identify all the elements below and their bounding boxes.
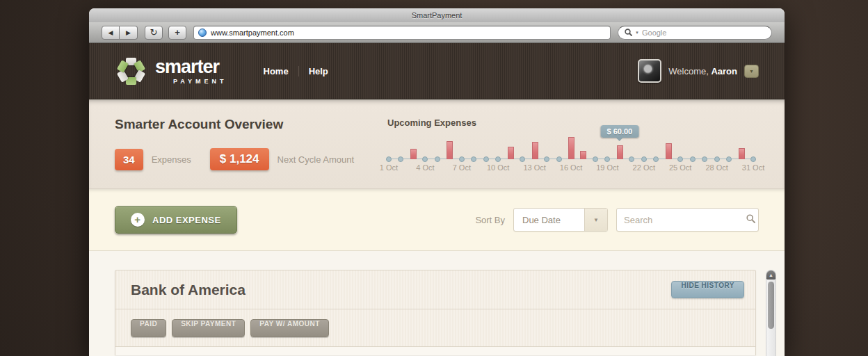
add-expense-button[interactable]: + ADD EXPENSE <box>115 206 237 234</box>
timeline-dot-day-12 <box>520 156 525 162</box>
back-button[interactable]: ◀ <box>102 26 120 40</box>
hide-history-button[interactable]: HIDE HISTORY <box>671 281 744 298</box>
paid-button[interactable]: PAID <box>131 319 166 337</box>
timeline-dot-day-31 <box>750 156 756 162</box>
pinwheel-logo-icon <box>115 55 147 87</box>
expense-search-input[interactable] <box>624 215 746 225</box>
search-icon <box>625 29 632 36</box>
expense-bar-day-6[interactable] <box>447 141 453 159</box>
chart-tick-label: 1 Oct <box>380 163 398 172</box>
timeline-dot-day-26 <box>690 156 696 162</box>
welcome-text: Welcome, Aaron <box>668 66 737 76</box>
filter-group: Sort By Due Date ▼ <box>475 208 759 232</box>
browser-search-field[interactable]: ▼ <box>618 26 772 40</box>
browser-search-input[interactable] <box>642 29 765 37</box>
timeline-dot-day-22 <box>641 156 647 162</box>
timeline-dot-day-5 <box>435 156 440 162</box>
magnifier-icon <box>746 213 755 226</box>
address-bar[interactable] <box>193 26 611 40</box>
add-expense-label: ADD EXPENSE <box>152 215 221 225</box>
expenses-chart: 1 Oct4 Oct7 Oct10 Oct13 Oct16 Oct19 Oct2… <box>389 111 753 172</box>
expense-bar-day-17[interactable] <box>580 151 586 159</box>
pay-with-amount-button[interactable]: PAY W/ AMOUNT <box>250 319 329 337</box>
dropdown-caret-icon: ▼ <box>584 209 607 231</box>
timeline-dot-day-27 <box>702 156 707 162</box>
main-nav: Home Help <box>264 66 328 76</box>
chart-tick-label: 25 Oct <box>669 163 691 172</box>
username: Aaron <box>711 66 737 76</box>
forward-icon: ▶ <box>126 29 131 36</box>
sort-by-label: Sort By <box>475 215 505 225</box>
overview-summary: Smarter Account Overview 34 Expenses $ 1… <box>115 99 386 188</box>
user-area: Welcome, Aaron ▼ <box>638 59 759 83</box>
page-title: Smarter Account Overview <box>115 117 386 132</box>
timeline-dot-day-4 <box>422 156 428 162</box>
expense-bar-day-20[interactable] <box>617 145 623 159</box>
chart-tooltip: $ 60.00 <box>601 125 639 138</box>
logo: smarter PAYMENT <box>115 55 227 87</box>
timeline-dot-day-9 <box>483 156 489 162</box>
content-area: Bank of America HIDE HISTORY PAID SKIP P… <box>89 251 785 356</box>
expense-card-actions: PAID SKIP PAYMENT PAY W/ AMOUNT <box>115 309 755 347</box>
chart-tick-label: 4 Oct <box>416 163 434 172</box>
site-header: smarter PAYMENT Home Help Welcome, Aaron… <box>89 43 785 99</box>
actions-bar: + ADD EXPENSE Sort By Due Date ▼ <box>89 189 785 251</box>
window-title-bar[interactable]: SmartPayment <box>89 8 785 22</box>
scrollbar-thumb[interactable] <box>768 282 774 329</box>
timeline-dot-day-1 <box>386 156 392 162</box>
chart-tick-label: 22 Oct <box>633 163 655 172</box>
expense-bar-day-30[interactable] <box>739 148 745 159</box>
expense-bar-day-11[interactable] <box>508 147 514 159</box>
chart-tick-label: 13 Oct <box>523 163 545 172</box>
sort-dropdown[interactable]: Due Date ▼ <box>513 208 608 232</box>
logo-wordmark: smarter <box>155 58 227 76</box>
scroll-up-button[interactable]: ▲ <box>766 270 775 280</box>
expense-bar-day-24[interactable] <box>666 143 672 159</box>
expense-bar-day-16[interactable] <box>568 137 574 159</box>
timeline-dot-day-29 <box>726 156 732 162</box>
reload-icon: ↻ <box>150 27 158 38</box>
plus-icon: + <box>175 27 180 38</box>
next-cycle-amount-badge: $ 1,124 <box>210 148 269 170</box>
timeline-dot-day-2 <box>398 156 403 162</box>
stats-row: 34 Expenses $ 1,124 Next Cycle Amount <box>115 148 386 170</box>
user-menu-button[interactable]: ▼ <box>744 65 759 78</box>
chart-tick-label: 19 Oct <box>596 163 618 172</box>
expense-search-box[interactable] <box>616 208 759 232</box>
expense-card-title: Bank of America <box>131 282 246 298</box>
logo-tagline: PAYMENT <box>173 79 227 85</box>
expense-card: Bank of America HIDE HISTORY PAID SKIP P… <box>115 270 756 355</box>
back-icon: ◀ <box>108 29 113 36</box>
scrollbar-track[interactable]: ▲ <box>766 270 776 356</box>
expense-card-header: Bank of America HIDE HISTORY <box>115 270 755 309</box>
skip-payment-button[interactable]: SKIP PAYMENT <box>172 319 245 337</box>
expense-bar-day-13[interactable] <box>532 142 538 159</box>
chart-tick-label: 10 Oct <box>487 163 509 172</box>
globe-icon <box>198 29 207 37</box>
url-input[interactable] <box>211 29 606 37</box>
expenses-count-badge: 34 <box>115 149 143 170</box>
nav-help-link[interactable]: Help <box>309 66 328 76</box>
history-nav-group: ◀ ▶ <box>102 26 138 40</box>
search-engine-caret-icon: ▼ <box>635 31 639 35</box>
expense-bar-day-3[interactable] <box>410 149 417 159</box>
timeline-dot-day-19 <box>604 156 610 162</box>
desktop: { "browser": { "window_title": "SmartPay… <box>0 0 868 356</box>
nav-home-link[interactable]: Home <box>264 66 289 76</box>
timeline-dot-day-7 <box>459 156 465 162</box>
reload-button[interactable]: ↻ <box>145 26 163 40</box>
expenses-count-label: Expenses <box>152 154 191 165</box>
new-tab-button[interactable]: + <box>168 26 186 40</box>
timeline-dot-day-10 <box>495 156 501 162</box>
forward-button[interactable]: ▶ <box>120 26 138 40</box>
browser-toolbar: ◀ ▶ ↻ + ▼ <box>89 22 785 43</box>
account-overview-section: Smarter Account Overview 34 Expenses $ 1… <box>89 99 785 189</box>
expense-history-section <box>115 347 755 355</box>
chart-tick-label: 28 Oct <box>705 163 728 172</box>
timeline-dot-day-15 <box>556 156 562 162</box>
timeline-dot-day-8 <box>471 156 476 162</box>
chart-tick-label: 16 Oct <box>560 163 582 172</box>
plus-icon: + <box>131 213 145 227</box>
timeline-dot-day-23 <box>653 156 659 162</box>
logo-text: smarter PAYMENT <box>155 58 227 85</box>
